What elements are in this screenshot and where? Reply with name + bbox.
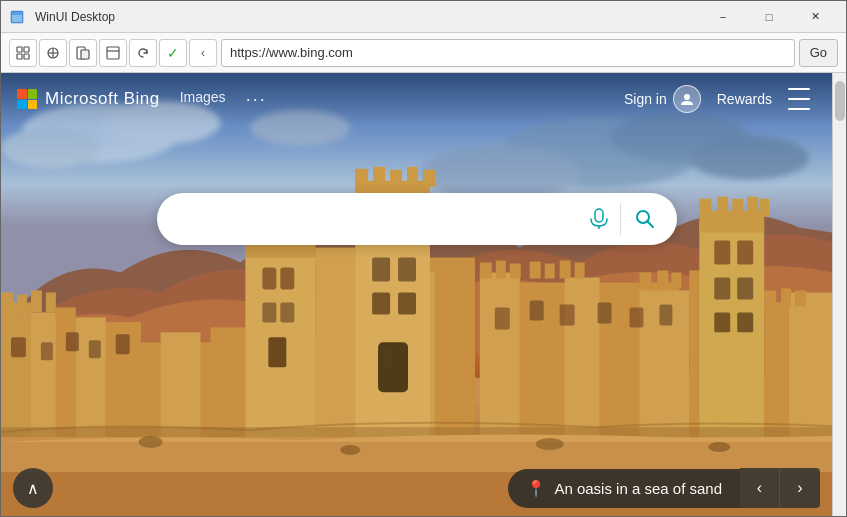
svg-rect-87 — [480, 263, 492, 279]
toolbar-btn-3[interactable] — [69, 39, 97, 67]
scroll-up-button[interactable]: ∧ — [13, 468, 53, 508]
svg-rect-92 — [560, 261, 571, 279]
ms-logo-green — [28, 89, 38, 99]
svg-rect-124 — [1, 427, 832, 437]
next-image-button[interactable]: › — [780, 468, 820, 508]
svg-rect-94 — [639, 273, 651, 289]
caption-area: 📍 An oasis in a sea of sand ‹ › — [508, 468, 820, 508]
svg-rect-59 — [268, 337, 286, 367]
svg-rect-88 — [496, 261, 506, 279]
scene-svg — [1, 73, 832, 516]
search-box — [157, 193, 677, 245]
search-container — [157, 193, 677, 245]
svg-rect-6 — [24, 54, 29, 59]
svg-rect-42 — [116, 334, 130, 354]
search-button[interactable] — [629, 203, 661, 235]
svg-point-17 — [1, 128, 101, 168]
sign-in-button[interactable]: Sign in — [624, 85, 701, 113]
microphone-button[interactable] — [589, 203, 621, 235]
scroll-thumb[interactable] — [835, 81, 845, 121]
svg-point-131 — [684, 94, 690, 100]
svg-rect-115 — [764, 290, 776, 306]
nav-item-images[interactable]: Images — [180, 89, 226, 110]
svg-rect-77 — [398, 292, 416, 314]
svg-rect-58 — [280, 302, 294, 322]
svg-rect-34 — [1, 292, 13, 312]
title-bar: WinUI Desktop − □ ✕ — [1, 1, 846, 33]
go-button[interactable]: Go — [799, 39, 838, 67]
bing-brand-text: Microsoft Bing — [45, 89, 160, 109]
svg-rect-111 — [714, 312, 730, 332]
sign-in-label: Sign in — [624, 91, 667, 107]
window-controls: − □ ✕ — [700, 1, 838, 33]
back-button[interactable]: ‹ — [189, 39, 217, 67]
svg-rect-100 — [699, 223, 764, 452]
svg-rect-75 — [398, 258, 416, 282]
address-bar: ✓ ‹ Go — [1, 33, 846, 73]
svg-point-127 — [139, 436, 163, 448]
svg-rect-108 — [737, 241, 753, 265]
svg-rect-55 — [262, 268, 276, 290]
microsoft-logo — [17, 89, 37, 109]
svg-rect-122 — [629, 307, 643, 327]
location-pin-icon: 📍 — [526, 479, 546, 498]
svg-point-129 — [536, 438, 564, 450]
svg-point-130 — [708, 442, 730, 452]
svg-rect-37 — [46, 292, 56, 312]
hamburger-line-2 — [788, 98, 810, 100]
svg-rect-109 — [714, 278, 730, 300]
svg-point-20 — [689, 136, 809, 180]
svg-rect-123 — [659, 304, 672, 325]
svg-rect-57 — [262, 302, 276, 322]
svg-rect-76 — [372, 292, 390, 314]
svg-rect-105 — [747, 197, 758, 217]
svg-rect-11 — [81, 50, 89, 59]
toolbar-btn-4[interactable] — [99, 39, 127, 67]
svg-rect-3 — [17, 47, 22, 52]
search-input[interactable] — [173, 209, 589, 230]
svg-rect-95 — [657, 271, 668, 289]
svg-rect-61 — [315, 248, 355, 453]
rewards-button[interactable]: Rewards — [717, 91, 772, 107]
toolbar-btn-5[interactable] — [129, 39, 157, 67]
svg-rect-104 — [732, 199, 743, 217]
nav-more-button[interactable]: ··· — [246, 89, 267, 110]
address-input[interactable] — [221, 39, 795, 67]
svg-rect-39 — [41, 342, 53, 360]
svg-rect-119 — [530, 300, 544, 320]
maximize-button[interactable]: □ — [746, 1, 792, 33]
close-button[interactable]: ✕ — [792, 1, 838, 33]
check-icon: ✓ — [167, 45, 179, 61]
window-icon — [9, 9, 25, 25]
svg-rect-71 — [423, 170, 435, 187]
scrollbar[interactable] — [832, 73, 846, 516]
svg-rect-5 — [17, 54, 22, 59]
svg-rect-68 — [373, 167, 385, 187]
check-button[interactable]: ✓ — [159, 39, 187, 67]
svg-rect-121 — [598, 302, 612, 323]
user-avatar — [673, 85, 701, 113]
svg-rect-2 — [12, 12, 22, 15]
caption-pill: 📍 An oasis in a sea of sand — [508, 469, 740, 508]
previous-image-button[interactable]: ‹ — [740, 468, 780, 508]
svg-rect-1 — [12, 15, 22, 22]
svg-rect-67 — [355, 169, 368, 187]
svg-rect-69 — [390, 170, 402, 187]
svg-rect-90 — [530, 262, 541, 279]
svg-rect-120 — [560, 304, 575, 325]
svg-rect-118 — [495, 307, 510, 329]
hamburger-menu-button[interactable] — [788, 88, 816, 110]
svg-rect-93 — [575, 263, 585, 279]
svg-rect-41 — [89, 340, 101, 358]
minimize-button[interactable]: − — [700, 1, 746, 33]
svg-rect-117 — [795, 290, 806, 306]
toolbar-btn-2[interactable] — [39, 39, 67, 67]
bing-logo[interactable]: Microsoft Bing — [17, 89, 160, 109]
hamburger-line-3 — [788, 108, 810, 110]
svg-rect-91 — [545, 264, 555, 279]
bottom-bar: ∧ 📍 An oasis in a sea of sand ‹ › — [1, 460, 832, 516]
svg-rect-96 — [671, 273, 681, 289]
up-arrow-icon: ∧ — [27, 479, 39, 498]
toolbar-btn-1[interactable] — [9, 39, 37, 67]
ms-logo-yellow — [28, 100, 38, 110]
